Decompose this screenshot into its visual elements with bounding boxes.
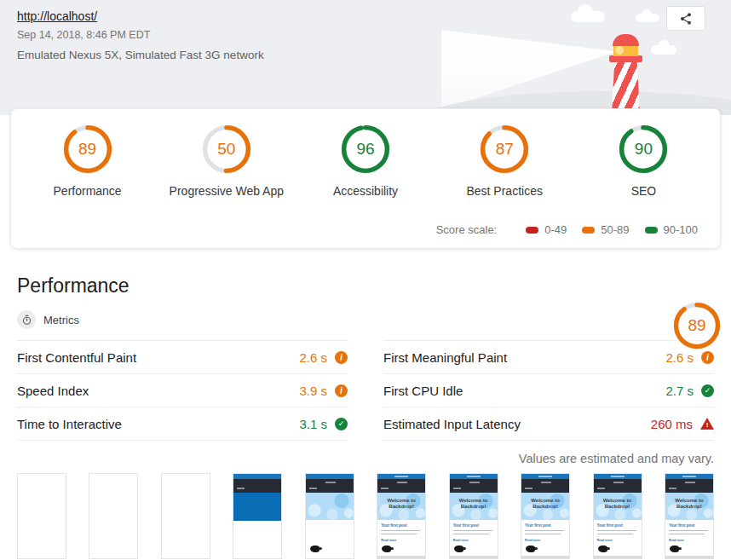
thumb-content: Your first postRead more: [377, 520, 425, 542]
thumb-footer-bar: [377, 556, 425, 558]
lighthouse-gallery: [609, 55, 642, 62]
cloud-icon: [636, 14, 659, 22]
report-url-link[interactable]: http://localhost/: [17, 9, 97, 23]
metric-value: 2.6 s: [665, 350, 694, 365]
info-icon: i: [335, 384, 348, 397]
thumb-mascot: [670, 546, 679, 552]
metrics-grid: First Contentful Paint 2.6 s i Speed Ind…: [17, 340, 714, 441]
metric-value-wrap: 2.6 s i: [299, 350, 348, 365]
metric-value: 260 ms: [651, 417, 693, 431]
score-gauge[interactable]: 87 Best Practices: [435, 124, 574, 198]
gauge-score: 89: [673, 302, 721, 349]
thumb-content: Your first postRead more: [450, 520, 498, 542]
filmstrip-frame: Welcome to Backdrop!Your first postRead …: [593, 473, 642, 559]
thumb-mascot: [454, 546, 463, 552]
score-scale-item: 0-49: [526, 223, 567, 236]
thumb-post-title: Your first post: [453, 523, 494, 528]
thumb-welcome-text: Welcome to Backdrop!: [383, 498, 420, 511]
thumb-sky-block: [306, 493, 354, 520]
thumb-mascot: [310, 546, 319, 552]
filmstrip: Welcome to Backdrop!Your first postRead …: [17, 473, 714, 559]
performance-score-gauge: 89: [673, 302, 721, 349]
metric-value-wrap: 3.9 s i: [299, 384, 348, 398]
lighthouse-tower: [612, 61, 640, 115]
metric-row: First Contentful Paint 2.6 s i: [17, 341, 348, 374]
estimate-disclaimer: Values are estimated and may vary.: [17, 452, 714, 465]
thumb-hero-block: [233, 493, 281, 521]
score-scale-label: Score scale:: [436, 223, 498, 236]
gauge-ring: 89: [673, 302, 721, 349]
metrics-header: Metrics: [17, 310, 714, 329]
score-gauge[interactable]: 96 Accessibility: [296, 124, 435, 198]
thumb-sky-block: Welcome to Backdrop!: [377, 493, 425, 520]
metric-name: First Meaningful Paint: [383, 350, 507, 365]
gauge-ring: 89: [63, 124, 112, 174]
score-scale-item: 90-100: [645, 223, 698, 236]
metric-row: Estimated Input Latency 260 ms !: [383, 407, 714, 441]
metric-name: First Contentful Paint: [17, 350, 136, 365]
thumb-welcome-text: Welcome to Backdrop!: [527, 498, 564, 511]
metrics-header-label: Metrics: [43, 314, 79, 326]
thumb-welcome-text: Welcome to Backdrop!: [455, 498, 492, 511]
scores-summary-card: 89 Performance 50 Progressive Web App 96…: [10, 108, 721, 249]
gauge-ring: 50: [202, 124, 251, 174]
thumb-mascot: [526, 546, 535, 552]
score-gauge[interactable]: 89 Performance: [18, 124, 157, 198]
warning-icon: !: [700, 418, 714, 430]
metrics-column-left: First Contentful Paint 2.6 s i Speed Ind…: [17, 340, 348, 441]
thumb-read-more: Read more: [525, 539, 566, 542]
report-header: http://localhost/ Sep 14, 2018, 8:46 PM …: [0, 0, 731, 115]
score-scale-legend: Score scale: 0-49 50-89 90-100: [11, 198, 720, 248]
thumb-footer-bar: [594, 556, 642, 558]
score-gauge[interactable]: 90 SEO: [574, 124, 713, 198]
gauge-score: 87: [480, 124, 529, 174]
filmstrip-frame: [233, 473, 282, 559]
lighthouse-dome: [613, 34, 639, 46]
metric-row: Time to Interactive 3.1 s ✓: [17, 407, 348, 441]
score-scale-items: 0-49 50-89 90-100: [510, 223, 698, 236]
gauge-score: 89: [63, 124, 112, 174]
thumb-sky-block: Welcome to Backdrop!: [594, 493, 642, 520]
scale-range-label: 0-49: [544, 223, 567, 236]
filmstrip-frame: [161, 473, 210, 559]
share-button[interactable]: [666, 6, 705, 31]
metrics-column-right: First Meaningful Paint 2.6 s i First CPU…: [383, 340, 714, 441]
gauge-label: Progressive Web App: [170, 184, 284, 198]
gauge-score: 96: [341, 124, 390, 174]
info-icon: i: [335, 351, 348, 364]
thumb-welcome-text: Welcome to Backdrop!: [671, 498, 708, 511]
thumb-content: Your first postRead more: [594, 520, 642, 542]
metric-row: First Meaningful Paint 2.6 s i: [383, 341, 714, 374]
filmstrip-frame: Welcome to Backdrop!Your first postRead …: [449, 473, 498, 559]
thumb-content: Your first postRead more: [665, 520, 713, 542]
scale-range-label: 50-89: [601, 223, 629, 236]
check-icon: ✓: [335, 418, 348, 430]
thumb-mascot: [598, 546, 607, 552]
score-gauges-row: 89 Performance 50 Progressive Web App 96…: [11, 109, 720, 198]
metric-value-wrap: 260 ms !: [651, 417, 714, 431]
gauge-score: 50: [202, 124, 251, 174]
thumb-post-title: Your first post: [381, 523, 422, 528]
filmstrip-frame: [17, 473, 66, 559]
metric-row: Speed Index 3.9 s i: [17, 374, 348, 407]
gauge-label: Accessibility: [333, 184, 398, 198]
thumb-post-title: Your first post: [525, 523, 566, 528]
share-icon: [679, 12, 693, 26]
gauge-ring: 87: [480, 124, 529, 174]
thumb-read-more: Read more: [669, 539, 710, 542]
gauge-score: 90: [619, 124, 668, 174]
metric-name: Estimated Input Latency: [383, 417, 521, 431]
metric-name: Speed Index: [17, 384, 89, 398]
thumb-navbar: [665, 479, 713, 493]
thumb-navbar: [521, 479, 569, 493]
filmstrip-wrap: Values are estimated and may vary. Welco…: [17, 452, 714, 559]
score-gauge[interactable]: 50 Progressive Web App: [157, 124, 296, 198]
metric-value: 3.9 s: [299, 384, 327, 398]
metric-name: Time to Interactive: [17, 417, 122, 431]
thumb-navbar: [594, 479, 642, 493]
metric-value-wrap: 2.7 s ✓: [665, 384, 714, 398]
thumb-footer-bar: [521, 556, 569, 558]
gauge-ring: 90: [619, 124, 668, 174]
thumb-welcome-text: Welcome to Backdrop!: [599, 498, 636, 511]
thumb-navbar: [377, 479, 425, 493]
